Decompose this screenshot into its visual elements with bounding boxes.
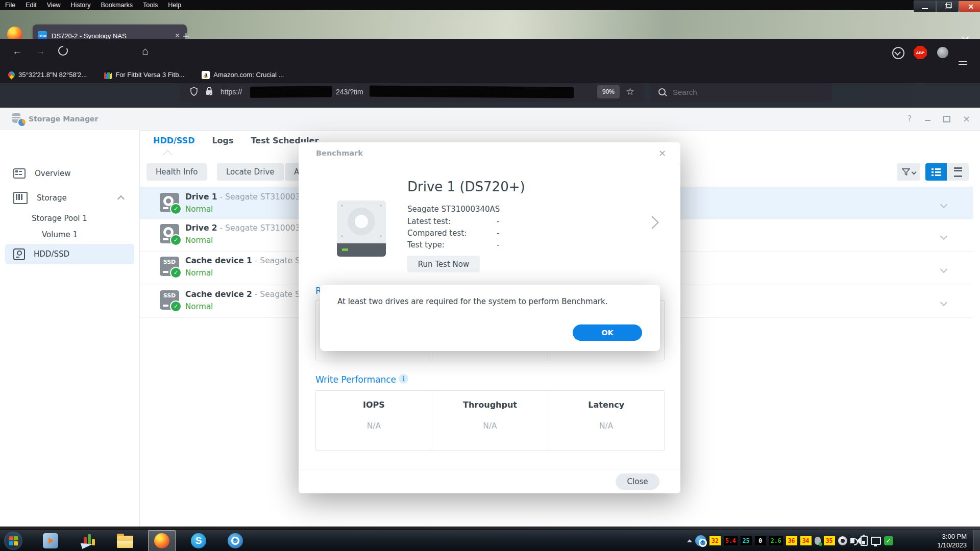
menu-file[interactable]: File <box>5 2 15 9</box>
update-ok-icon[interactable]: ✓ <box>884 536 893 545</box>
maps-pin-icon <box>7 70 16 79</box>
minimize-button[interactable] <box>914 1 936 12</box>
url-bar[interactable]: https:// 243/?tim 90% ☆ <box>180 82 644 102</box>
show-desktop-button[interactable] <box>973 530 980 551</box>
window-maximize-button[interactable] <box>943 116 950 122</box>
drive-desc: - Seagate Se <box>255 256 305 265</box>
sensor-badge[interactable]: 36 <box>786 536 797 545</box>
sensor-badge[interactable]: 34 <box>800 536 812 545</box>
taskbar-media-player-button[interactable] <box>37 530 64 551</box>
content-tabs: HDD/SSD Logs Test Scheduler <box>153 136 318 145</box>
home-button[interactable]: ⌂ <box>142 45 149 56</box>
menu-help[interactable]: Help <box>168 2 181 9</box>
pocket-icon[interactable] <box>892 47 904 59</box>
network-icon[interactable] <box>871 537 881 545</box>
bookmark-label: For Fitbit Versa 3 Fitb... <box>115 71 184 79</box>
sensor-badge[interactable]: 25 <box>741 536 752 545</box>
drive-name: Cache device 1 <box>185 256 252 265</box>
row-expand-chevron-icon[interactable] <box>941 231 946 241</box>
sidebar-item-hdd-ssd[interactable]: HDD/SSD <box>5 244 134 264</box>
restore-button[interactable] <box>936 1 959 12</box>
tray-magnifier-icon[interactable] <box>695 535 706 546</box>
row-expand-chevron-icon[interactable] <box>941 199 946 209</box>
system-tray: 32 5.4 25 0 2.6 36 34 35 ✓ <box>687 530 893 551</box>
url-scheme: https:// <box>220 82 242 102</box>
field-value: - <box>497 240 499 249</box>
menu-bookmarks[interactable]: Bookmarks <box>101 2 133 9</box>
tray-expand-icon[interactable] <box>687 539 692 542</box>
info-icon[interactable]: i <box>399 374 408 384</box>
health-info-button[interactable]: Health Info <box>146 163 207 181</box>
row-expand-chevron-icon[interactable] <box>941 264 946 274</box>
bookmark-item[interactable]: a Amazon.com: Crucial ... <box>202 71 284 79</box>
mouse-device-icon[interactable] <box>815 537 821 545</box>
search-input[interactable] <box>672 87 812 97</box>
drive-status: Normal <box>185 302 213 311</box>
forward-button[interactable]: → <box>36 46 45 56</box>
lock-warning-icon[interactable] <box>205 86 213 96</box>
zoom-level-badge[interactable]: 90% <box>597 85 620 98</box>
menu-history[interactable]: History <box>71 2 91 9</box>
field-value: - <box>497 229 499 238</box>
dialog-close-button[interactable]: Close <box>616 473 659 490</box>
search-bar[interactable] <box>650 82 832 102</box>
sensor-badge[interactable]: 35 <box>824 536 835 545</box>
storage-manager-app-icon <box>11 113 24 125</box>
next-drive-chevron-icon[interactable] <box>646 216 658 229</box>
taskbar-firefox-button[interactable] <box>148 530 176 551</box>
tab-hdd-ssd[interactable]: HDD/SSD <box>153 136 194 145</box>
filter-button[interactable] <box>897 163 920 181</box>
sidebar-item-overview[interactable]: Overview <box>0 165 139 182</box>
power-plug-icon[interactable] <box>861 536 868 546</box>
window-close-button[interactable]: × <box>963 113 970 124</box>
bookmark-star-icon[interactable]: ☆ <box>626 86 634 97</box>
sidebar-item-storage[interactable]: Storage <box>0 189 139 207</box>
list-view-button[interactable] <box>925 163 947 181</box>
run-test-button[interactable]: Run Test Now <box>407 256 480 272</box>
dialog-close-icon[interactable]: × <box>658 147 666 158</box>
start-button[interactable] <box>4 532 22 550</box>
sensor-badge[interactable]: 2.6 <box>769 536 783 545</box>
volume-icon[interactable] <box>850 538 854 543</box>
sidebar-label: HDD/SSD <box>34 249 69 259</box>
sensor-badge[interactable]: 32 <box>709 536 721 545</box>
close-button[interactable]: ✕ <box>959 1 980 12</box>
bookmark-item[interactable]: For Fitbit Versa 3 Fitb... <box>104 71 184 79</box>
window-minimize-button[interactable] <box>925 120 930 121</box>
adblock-icon[interactable]: ABP <box>914 46 927 59</box>
row-expand-chevron-icon[interactable] <box>941 297 946 307</box>
column-header: IOPS <box>316 400 432 410</box>
extension-icon[interactable] <box>937 47 948 58</box>
filter-caret-icon <box>911 169 916 174</box>
tracking-shield-icon[interactable] <box>190 87 198 96</box>
help-button[interactable]: ? <box>908 114 912 123</box>
taskbar-clock[interactable]: 3:00 PM 1/10/2023 <box>937 532 967 549</box>
ok-button[interactable]: OK <box>573 324 642 341</box>
status-ok-badge: ✓ <box>170 234 182 246</box>
dense-view-button[interactable] <box>947 163 969 181</box>
url-redaction-1 <box>250 86 332 98</box>
fan-monitor-icon[interactable] <box>838 536 847 545</box>
menu-edit[interactable]: Edit <box>26 2 37 9</box>
menu-view[interactable]: View <box>47 2 61 9</box>
drive-status: Normal <box>185 268 213 278</box>
tab-logs[interactable]: Logs <box>212 136 233 145</box>
bookmark-item[interactable]: 35°32'21.8"N 82°58'2... <box>8 71 87 79</box>
menu-tools[interactable]: Tools <box>143 2 158 9</box>
collapse-chevron-icon[interactable] <box>117 195 125 203</box>
locate-drive-button[interactable]: Locate Drive <box>217 163 284 181</box>
taskbar-zoom-tool-button[interactable] <box>222 530 249 551</box>
clock-time: 3:00 PM <box>937 532 967 541</box>
sensor-badge[interactable]: 5.4 <box>724 536 738 545</box>
taskbar-file-explorer-button[interactable] <box>111 530 139 551</box>
bookmarks-bar: 35°32'21.8"N 82°58'2... For Fitbit Versa… <box>0 66 980 83</box>
sensor-badge[interactable]: 0 <box>755 536 766 545</box>
url-fragment: 243/?tim <box>336 82 363 102</box>
taskbar-skype-button[interactable]: S <box>185 530 212 551</box>
taskbar-charts-app-button[interactable] <box>75 530 102 551</box>
shopping-bag-icon <box>104 72 112 79</box>
back-button[interactable]: ← <box>12 46 22 56</box>
drive-status: Normal <box>185 205 213 214</box>
restore-icon <box>945 4 950 9</box>
storage-icon <box>13 192 28 204</box>
